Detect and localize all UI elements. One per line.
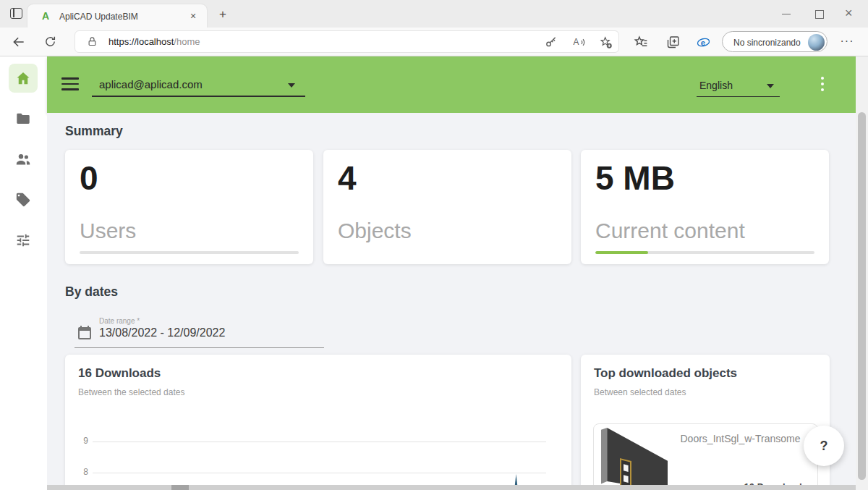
vertical-scrollbar-thumb[interactable] [858,112,866,480]
site-favicon-icon: A [42,10,49,22]
browser-titlebar: A ApliCAD UpdateBIM × + [0,0,868,28]
main-content: Summary 0 Users 4 Objects 5 MB Current c… [47,113,856,485]
content-progress-bar [595,251,814,254]
back-icon[interactable] [12,35,26,49]
top-objects-title: Top downloaded objects [594,366,737,381]
downloads-card: 16 Downloads Between the selected dates … [65,355,571,485]
sidebar-item-users[interactable] [9,145,38,174]
date-range-value: 13/08/2022 - 12/09/2022 [99,326,225,339]
url-host: https://localhost [109,36,174,47]
close-window-button[interactable] [839,4,861,24]
favorites-icon[interactable] [634,35,648,49]
chevron-down-icon [767,84,774,88]
menu-hamburger-icon[interactable] [61,77,79,90]
folder-icon [15,111,31,127]
users-progress-bar [80,251,299,254]
url-path: /home [174,36,200,47]
summary-heading: Summary [65,124,123,139]
vertical-scrollbar [856,56,868,490]
top-objects-card: Top downloaded objects Between selected … [581,355,830,485]
sync-status-label: No sincronizando [733,38,801,48]
by-dates-heading: By dates [65,284,118,300]
refresh-icon[interactable] [43,35,58,49]
sidebar-item-home[interactable] [9,64,38,93]
svg-text:e: e [701,38,705,47]
more-options-kebab-icon[interactable] [817,76,828,93]
new-tab-button[interactable]: + [215,7,231,22]
gridline [93,473,546,473]
sidebar-item-files[interactable] [9,104,38,133]
settings-more-icon[interactable]: ··· [838,33,856,51]
users-label: Users [80,219,136,243]
tab-title: ApliCAD UpdateBIM [59,12,138,22]
objects-label: Objects [338,219,412,243]
profile-button[interactable]: No sincronizando [722,31,827,52]
object-thumbnail-door-image [601,428,668,485]
downloads-title: 16 Downloads [78,366,161,381]
minimize-button[interactable] [775,4,797,24]
downloads-subtitle: Between the selected dates [78,387,184,397]
svg-text:A: A [574,37,579,47]
summary-card-content: 5 MB Current content [581,150,829,264]
home-icon [15,70,31,86]
account-email: aplicad@aplicad.com [99,78,203,90]
help-fab-button[interactable]: ? [804,426,844,466]
gridline [93,442,546,442]
top-objects-subtitle: Between selected dates [594,387,686,397]
content-label: Current content [595,219,745,243]
date-range-field[interactable]: Date range * 13/08/2022 - 12/09/2022 [75,316,324,348]
url-text: https://localhost/home [109,36,200,47]
app-header: aplicad@aplicad.com English [47,56,856,113]
workspaces-icon [10,8,22,19]
browser-tab[interactable]: A ApliCAD UpdateBIM × [27,4,207,28]
object-name: Doors_IntSgl_w-Transome [666,433,814,444]
objects-count: 4 [338,159,357,198]
passwords-key-icon[interactable] [545,35,558,49]
add-favorite-star-icon[interactable] [599,35,613,49]
sidebar-item-settings[interactable] [9,226,38,255]
browser-toolbar: https://localhost/home A e No sincroniza… [0,28,868,56]
horizontal-scrollbar-thumb[interactable] [171,485,189,490]
tune-icon [15,232,31,248]
app-viewport: aplicad@aplicad.com English Summary 0 Us… [0,56,868,490]
tab-actions-icon[interactable] [9,7,25,21]
horizontal-scrollbar [47,485,856,490]
y-tick-9: 9 [78,436,88,446]
sidebar-item-tags[interactable] [9,185,38,214]
language-select[interactable]: English [697,75,780,97]
summary-card-objects: 4 Objects [323,150,571,264]
collections-icon[interactable] [665,35,680,49]
lock-icon [87,36,98,47]
ie-mode-icon[interactable]: e [696,35,710,49]
close-tab-icon[interactable]: × [187,10,200,23]
y-tick-8: 8 [78,467,88,477]
avatar [808,34,825,51]
read-aloud-icon[interactable]: A [572,35,586,49]
calendar-icon [76,324,93,342]
chevron-down-icon [288,83,295,88]
object-list-item[interactable]: Doors_IntSgl_w-Transome 10 Downloads [593,423,818,485]
summary-card-users: 0 Users [65,150,313,264]
maximize-button[interactable] [808,4,830,24]
content-size: 5 MB [595,159,675,198]
downloads-chart-spike [513,474,519,485]
address-bar[interactable]: https://localhost/home A [75,30,619,53]
users-count: 0 [80,159,98,198]
users-icon [14,151,32,168]
app-sidebar [0,56,47,490]
browser-window: A ApliCAD UpdateBIM × + https://localhos… [0,0,868,490]
date-range-label: Date range * [99,317,140,325]
tag-icon [15,192,31,208]
account-select[interactable]: aplicad@aplicad.com [92,72,305,97]
language-value: English [699,80,733,91]
